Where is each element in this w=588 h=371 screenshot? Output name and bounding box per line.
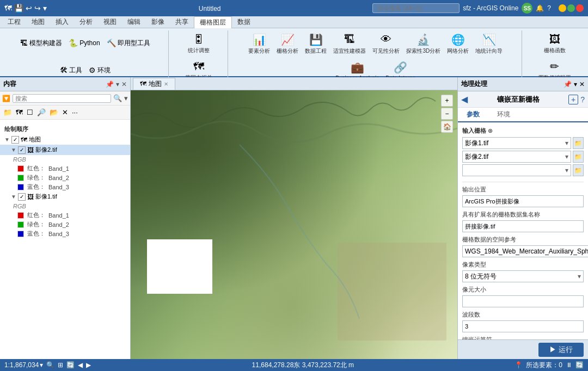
menu-data[interactable]: 数据 <box>232 16 256 28</box>
gp-auto-hide-button[interactable]: 📌 <box>564 81 572 88</box>
select-features-icon[interactable]: ☐ <box>26 107 34 118</box>
contents-options-button[interactable]: ▾ <box>124 94 128 102</box>
blue-band-label: 蓝色： <box>27 183 45 191</box>
menu-share[interactable]: 共享 <box>170 16 194 28</box>
ribbon-workflow-buttons: 📊 要素分析 📈 栅格分析 💾 数据工程 🏗 适宜性建模器 👁 可 <box>234 30 517 83</box>
map-canvas[interactable]: + − 🏠 <box>131 90 457 359</box>
input-raster3-browse-button[interactable]: 📁 <box>573 164 584 176</box>
menu-project[interactable]: 工程 <box>2 16 26 28</box>
layer-map-root[interactable]: ▼ ✓ 🗺 地图 <box>0 134 130 145</box>
layer-image2[interactable]: ▼ ✓ 🖼 影像2.tif <box>0 145 130 155</box>
input-raster2-dropdown[interactable]: 影像2.tif ▾ <box>462 151 571 163</box>
add-layer-icon[interactable]: 📁 <box>2 107 13 118</box>
num-bands-input[interactable] <box>462 320 584 332</box>
ribbon-btn-data-engineering[interactable]: 💾 数据工程 <box>303 31 329 56</box>
menu-imagery[interactable]: 影像 <box>146 16 170 28</box>
ribbon-btn-raster-analysis[interactable]: 📈 栅格分析 <box>274 31 301 56</box>
contents-search-input[interactable] <box>13 94 111 103</box>
redo-icon[interactable]: ↪ <box>34 4 41 13</box>
input-raster1-browse-button[interactable]: 📁 <box>573 137 584 149</box>
nav-forward-icon[interactable]: ▶ <box>86 361 91 369</box>
image1-checkbox[interactable]: ✓ <box>18 193 26 201</box>
close-button[interactable] <box>576 4 584 12</box>
gp-close-button[interactable]: ✕ <box>579 81 585 88</box>
map-navigation: + − 🏠 <box>441 95 453 133</box>
zoom-out-button[interactable]: − <box>441 108 453 120</box>
ribbon-btn-tools[interactable]: 🛠 工具 <box>58 65 84 76</box>
command-search[interactable] <box>372 3 460 13</box>
remove-layer-icon[interactable]: ✕ <box>61 107 69 118</box>
red1-color-swatch <box>17 212 24 219</box>
zoom-selected-icon[interactable]: 🔎 <box>36 107 47 118</box>
num-bands-label: 波段数 <box>462 311 584 319</box>
output-name-input[interactable] <box>462 220 584 232</box>
menu-analysis[interactable]: 分析 <box>74 16 98 28</box>
menu-map[interactable]: 地图 <box>26 16 50 28</box>
ribbon-btn-geostatistics[interactable]: 📉 地统计向导 <box>473 31 505 56</box>
home-button[interactable]: 🏠 <box>441 121 453 133</box>
ribbon-btn-feature-analysis[interactable]: 📊 要素分析 <box>246 31 272 56</box>
sync-icon[interactable]: 🔄 <box>66 361 75 369</box>
ribbon-btn-suitability-modeler[interactable]: 🏗 适宜性建模器 <box>331 31 368 56</box>
cell-size-input[interactable] <box>462 295 584 307</box>
undo-icon[interactable]: ↩ <box>26 4 32 13</box>
gp-help-button[interactable]: ? <box>580 95 585 104</box>
save-icon[interactable]: 💾 <box>14 4 23 13</box>
auto-hide-button[interactable]: 📌 <box>106 81 114 88</box>
panel-close-button[interactable]: ✕ <box>121 81 127 88</box>
ribbon-btn-raster-functions[interactable]: 🖼 栅格函数 <box>542 30 568 55</box>
image2-checkbox[interactable]: ✓ <box>18 146 26 154</box>
gp-tab-environment[interactable]: 环境 <box>488 108 519 121</box>
gp-add-button[interactable]: + <box>568 95 578 104</box>
svg-rect-0 <box>338 243 446 341</box>
map-tab[interactable]: 🗺 地图 ✕ <box>133 78 175 90</box>
search-button[interactable]: 🔍 <box>113 94 122 102</box>
run-button[interactable]: ▶ 运行 <box>538 343 584 357</box>
ribbon-btn-visibility-analysis[interactable]: 👁 可见性分析 <box>370 31 402 56</box>
maximize-button[interactable] <box>567 4 575 12</box>
ribbon-btn-network-analysis[interactable]: 🌐 网络分析 <box>445 31 471 56</box>
notification-icon[interactable]: 🔔 <box>536 4 544 12</box>
ribbon-btn-env[interactable]: ⚙ 环境 <box>87 65 113 76</box>
input-raster2-browse-button[interactable]: 📁 <box>573 151 584 163</box>
user-badge[interactable]: SS <box>522 3 532 14</box>
menu-edit[interactable]: 编辑 <box>122 16 146 28</box>
raster-analysis-icon: 📈 <box>280 32 295 47</box>
more-tools-icon[interactable]: ··· <box>71 107 79 118</box>
gp-back-button[interactable]: ◀ <box>461 94 468 104</box>
layer-image1[interactable]: ▼ ✓ 🖼 影像1.tif <box>0 191 130 202</box>
ribbon-btn-quicktools[interactable]: 🔨 即用型工具 <box>105 38 152 49</box>
map-checkbox[interactable]: ✓ <box>11 136 19 144</box>
scale-dropdown[interactable]: 1:1,867,034 ▾ <box>4 361 43 369</box>
ribbon-btn-3d-analysis[interactable]: 🔬 探索性3D分析 <box>404 31 443 56</box>
menu-insert[interactable]: 插入 <box>50 16 74 28</box>
group-layer-icon[interactable]: 📂 <box>48 107 59 118</box>
nav-back-icon[interactable]: ◀ <box>78 361 83 369</box>
more-icon[interactable]: ▾ <box>43 4 47 13</box>
input-raster1-dropdown[interactable]: 影像1.tif ▾ <box>462 137 571 149</box>
refresh-icon[interactable]: 🔄 <box>575 361 584 369</box>
input-raster3-dropdown[interactable]: ▾ <box>462 164 571 176</box>
panel-menu-button[interactable]: ▾ <box>116 81 119 88</box>
menu-raster-layer[interactable]: 栅格图层 <box>194 16 232 28</box>
zoom-in-status-icon[interactable]: 🔍 <box>46 361 54 369</box>
basemap-icon[interactable]: 🗺 <box>15 107 24 118</box>
image2-band-blue: 蓝色： Band_3 <box>0 182 130 191</box>
ribbon-btn-stat-adjust[interactable]: 🎛 统计调整 <box>186 30 212 55</box>
spatial-ref-dropdown[interactable]: WGS_1984_Web_Mercator_Auxiliary_Spher ▾ <box>462 245 588 257</box>
help-icon[interactable]: ? <box>547 4 551 12</box>
output-location-input[interactable] <box>462 195 584 207</box>
ribbon-btn-python[interactable]: 🐍 Python <box>66 38 102 48</box>
gp-menu-button[interactable]: ▾ <box>574 81 577 88</box>
pixel-type-dropdown[interactable]: 8 位无符号 ▾ <box>462 270 584 282</box>
menu-view[interactable]: 视图 <box>98 16 122 28</box>
minimize-button[interactable] <box>559 4 566 12</box>
zoom-in-button[interactable]: + <box>441 95 453 107</box>
ribbon-raster-buttons: 🖼 栅格函数 ✏ 图数值编辑器 <box>528 30 581 83</box>
gp-tab-parameters[interactable]: 参数 <box>458 108 488 122</box>
ribbon-btn-model-builder[interactable]: 🏗 模型构建器 <box>18 38 64 49</box>
grid-icon[interactable]: ⊞ <box>58 361 63 369</box>
map-tab-close[interactable]: ✕ <box>164 81 168 87</box>
locate-icon[interactable]: 📍 <box>514 361 523 369</box>
pause-icon[interactable]: ⏸ <box>566 361 572 369</box>
